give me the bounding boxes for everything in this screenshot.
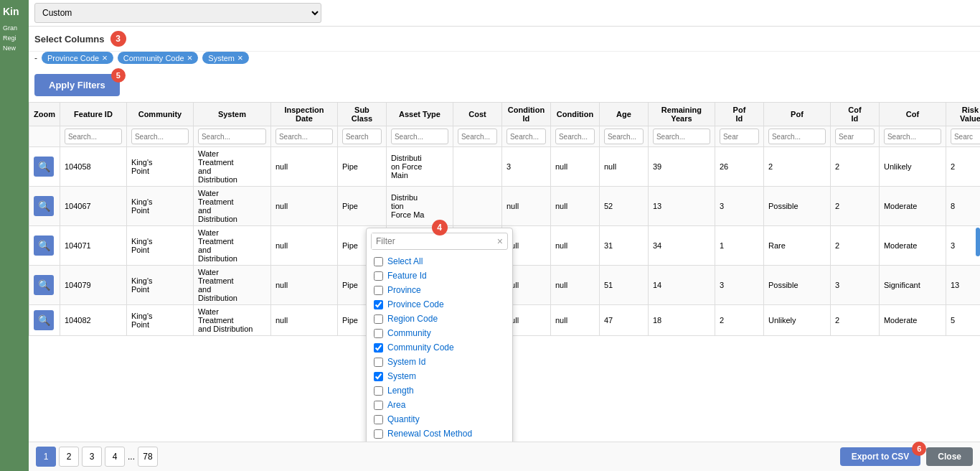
checkbox-community[interactable]: Community — [371, 326, 508, 340]
apply-filters-button[interactable]: Apply Filters 5 — [34, 74, 120, 96]
province-code-close[interactable]: × — [102, 53, 108, 62]
scroll-indicator — [976, 228, 980, 256]
province-code-tag[interactable]: Province Code × — [42, 52, 113, 64]
search-inspection-date[interactable] — [275, 129, 333, 144]
checkbox-community-input[interactable] — [374, 329, 383, 338]
checkbox-renewal-cost-method[interactable]: Renewal Cost Method — [371, 426, 508, 441]
cell-system: WaterTreatmentandDistribution — [193, 187, 270, 226]
cell-feature-id: 104058 — [60, 147, 126, 187]
page-1-button[interactable]: 1 — [36, 447, 56, 467]
community-code-close[interactable]: × — [187, 53, 193, 62]
search-asset-type[interactable] — [391, 129, 448, 144]
checkbox-province-code[interactable]: Province Code — [371, 297, 508, 312]
page-4-button[interactable]: 4 — [105, 447, 125, 467]
checkbox-region-code[interactable]: Region Code — [371, 312, 508, 326]
col-condition: Condition — [550, 103, 599, 126]
checkbox-feature-id[interactable]: Feature Id — [371, 269, 508, 283]
checkbox-community-code-input[interactable] — [374, 343, 383, 353]
search-feature-id[interactable] — [65, 129, 122, 144]
close-button[interactable]: Close — [926, 447, 973, 466]
zoom-button[interactable]: 🔍 — [34, 196, 54, 216]
cell-condition: null — [550, 266, 599, 305]
export-csv-label: Export to CSV — [852, 452, 910, 462]
cell-system: WaterTreatmentand Distribution — [193, 305, 270, 336]
step-4-badge: 4 — [432, 220, 448, 236]
custom-dropdown[interactable]: Custom — [34, 3, 321, 23]
search-cof-id[interactable] — [835, 129, 875, 144]
col-zoom: Zoom — [29, 103, 60, 126]
cell-remaining-years: 13 — [648, 187, 715, 226]
page-78-button[interactable]: 78 — [138, 447, 158, 467]
search-pof-id[interactable] — [720, 129, 759, 144]
checkbox-community-code-label: Community Code — [387, 342, 454, 353]
cell-cof-id: 2 — [830, 226, 879, 266]
checkbox-area-label: Area — [387, 400, 405, 410]
cell-condition-id: null — [501, 187, 550, 226]
cell-pof: Unlikely — [763, 305, 830, 336]
tag-dash: - — [34, 53, 37, 63]
checkbox-system-input[interactable] — [374, 372, 383, 381]
checkbox-area[interactable]: Area — [371, 398, 508, 412]
search-condition[interactable] — [555, 129, 595, 144]
column-filter-input[interactable] — [372, 233, 493, 249]
checkbox-province-input[interactable] — [374, 286, 383, 295]
cell-pof-id: 2 — [715, 305, 763, 336]
checkbox-community-code[interactable]: Community Code — [371, 340, 508, 355]
zoom-button[interactable]: 🔍 — [34, 236, 54, 256]
checkbox-province-code-label: Province Code — [387, 299, 444, 309]
checkbox-length[interactable]: Length — [371, 383, 508, 398]
checkbox-length-input[interactable] — [374, 386, 383, 396]
main-content: Custom Select Columns 3 - Province Code … — [29, 0, 980, 471]
step-6-badge: 6 — [912, 442, 926, 456]
cell-remaining-years: 14 — [648, 266, 715, 305]
close-label: Close — [938, 452, 961, 462]
search-community[interactable] — [131, 129, 189, 144]
checkbox-system[interactable]: System — [371, 369, 508, 383]
checkbox-quantity[interactable]: Quantity — [371, 412, 508, 426]
search-cof[interactable] — [884, 129, 941, 144]
search-zoom — [29, 126, 60, 147]
zoom-button[interactable]: 🔍 — [34, 275, 54, 295]
export-csv-button[interactable]: Export to CSV 6 — [840, 447, 921, 466]
cell-cof-id: 2 — [830, 187, 879, 226]
search-cost[interactable] — [458, 129, 497, 144]
tags-row: - Province Code × Community Code × Syste… — [29, 52, 980, 68]
checkbox-select-all-label: Select All — [387, 256, 423, 266]
page-2-button[interactable]: 2 — [59, 447, 79, 467]
checkbox-system-id[interactable]: System Id — [371, 355, 508, 369]
checkbox-select-all-input[interactable] — [374, 257, 383, 266]
cell-sub-class: Pipe — [337, 187, 386, 226]
search-sub-class[interactable] — [342, 129, 382, 144]
filter-clear-button[interactable]: × — [493, 234, 507, 248]
checkbox-system-id-input[interactable] — [374, 358, 383, 367]
checkbox-maintenance-cost-method[interactable]: Maintenance Cost Method — [371, 441, 508, 442]
zoom-button[interactable]: 🔍 — [34, 310, 54, 330]
search-condition-id[interactable] — [507, 129, 546, 144]
community-code-tag[interactable]: Community Code × — [118, 52, 199, 64]
checkbox-select-all[interactable]: Select All — [371, 254, 508, 269]
checkbox-area-input[interactable] — [374, 401, 383, 410]
checkbox-province[interactable]: Province — [371, 283, 508, 297]
search-system[interactable] — [198, 129, 266, 144]
cell-cof: Moderate — [879, 226, 946, 266]
checkbox-province-label: Province — [387, 285, 421, 295]
search-remaining-years[interactable] — [653, 129, 710, 144]
cell-sub-class: Pipe — [337, 147, 386, 187]
system-close[interactable]: × — [237, 53, 243, 62]
checkbox-feature-id-input[interactable] — [374, 271, 383, 281]
cell-risk-value: 8 — [946, 187, 980, 226]
cell-feature-id: 104067 — [60, 187, 126, 226]
search-pof[interactable] — [768, 129, 826, 144]
checkbox-region-code-input[interactable] — [374, 314, 383, 324]
system-tag[interactable]: System × — [202, 52, 248, 64]
search-risk-value[interactable] — [951, 129, 980, 144]
cell-pof-id: 1 — [715, 226, 763, 266]
search-age[interactable] — [604, 129, 644, 144]
checkbox-province-code-input[interactable] — [374, 300, 383, 309]
col-cof-id: CofId — [830, 103, 879, 126]
checkbox-renewal-cost-method-input[interactable] — [374, 429, 383, 439]
zoom-button[interactable]: 🔍 — [34, 157, 54, 177]
cell-risk-value: 13 — [946, 266, 980, 305]
page-3-button[interactable]: 3 — [82, 447, 102, 467]
checkbox-quantity-input[interactable] — [374, 415, 383, 424]
